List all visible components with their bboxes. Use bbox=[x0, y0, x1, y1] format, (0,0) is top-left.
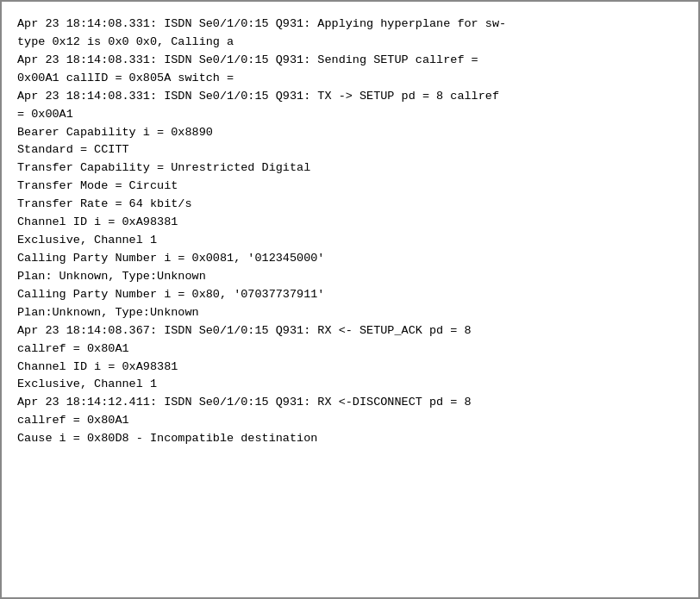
terminal-container: Apr 23 18:14:08.331: ISDN Se0/1/0:15 Q93… bbox=[0, 0, 700, 599]
terminal-output: Apr 23 18:14:08.331: ISDN Se0/1/0:15 Q93… bbox=[17, 16, 683, 448]
